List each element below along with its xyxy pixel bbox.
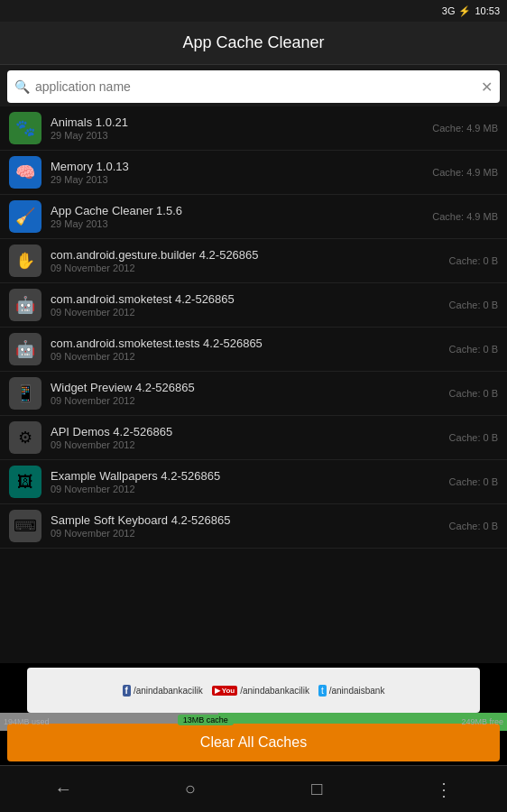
app-icon: 📱: [9, 377, 41, 410]
list-item[interactable]: 📱Widget Preview 4.2-52686509 November 20…: [0, 372, 507, 416]
app-name: com.android.gesture.builder 4.2-526865: [51, 248, 444, 262]
app-info: com.android.gesture.builder 4.2-52686509…: [51, 248, 444, 273]
app-cache-size: Cache: 0 B: [449, 344, 498, 355]
app-cache-size: Cache: 4.9 MB: [432, 211, 498, 222]
back-icon: ←: [54, 779, 72, 799]
ad-yt: ▶ You /anindabankacilik: [212, 686, 309, 696]
app-name: API Demos 4.2-526865: [51, 425, 444, 438]
app-date: 09 November 2012: [51, 351, 444, 362]
app-name: Memory 1.0.13: [51, 160, 427, 173]
app-date: 29 May 2013: [51, 130, 427, 141]
app-info: Memory 1.0.1329 May 2013: [51, 160, 427, 185]
app-cache-size: Cache: 0 B: [449, 255, 498, 266]
ad-tw: t /anindaisbank: [318, 685, 385, 697]
list-item[interactable]: 🖼Example Wallpapers 4.2-52686509 Novembe…: [0, 460, 507, 504]
time-display: 10:53: [475, 5, 500, 16]
recents-button[interactable]: □: [294, 771, 339, 807]
app-icon: 🧠: [9, 156, 41, 189]
app-cache-size: Cache: 4.9 MB: [432, 167, 498, 178]
app-date: 09 November 2012: [51, 484, 444, 494]
app-name: Animals 1.0.21: [51, 115, 427, 129]
app-icon: 🧹: [9, 200, 41, 233]
app-list: 🐾Animals 1.0.2129 May 2013Cache: 4.9 MB🧠…: [0, 106, 507, 663]
app-cache-size: Cache: 4.9 MB: [432, 123, 498, 134]
status-bar: 3G ⚡ 10:53: [0, 0, 507, 22]
app-info: API Demos 4.2-52686509 November 2012: [51, 425, 444, 450]
list-item[interactable]: 🧠Memory 1.0.1329 May 2013Cache: 4.9 MB: [0, 151, 507, 195]
tw-handle: /anindaisbank: [329, 686, 385, 696]
list-item[interactable]: ⚙API Demos 4.2-52686509 November 2012Cac…: [0, 416, 507, 460]
app-info: com.android.smoketest 4.2-52686509 Novem…: [51, 292, 444, 318]
app-info: Example Wallpapers 4.2-52686509 November…: [51, 469, 444, 494]
app-info: Animals 1.0.2129 May 2013: [51, 115, 427, 141]
app-info: Sample Soft Keyboard 4.2-52686509 Novemb…: [51, 513, 444, 539]
search-bar: 🔍 ✕: [0, 65, 507, 108]
app-cache-size: Cache: 0 B: [449, 432, 498, 443]
app-cache-size: Cache: 0 B: [449, 300, 498, 310]
home-icon: ○: [185, 779, 196, 799]
list-item[interactable]: ✋com.android.gesture.builder 4.2-5268650…: [0, 239, 507, 283]
cache-label: 13MB cache: [178, 715, 234, 725]
more-button[interactable]: ⋮: [421, 771, 466, 807]
battery-icon: ⚡: [458, 5, 471, 17]
search-icon: 🔍: [14, 79, 30, 94]
home-button[interactable]: ○: [168, 771, 213, 807]
ad-fb: f /anindabankacilik: [123, 685, 203, 697]
app-name: com.android.smoketest.tests 4.2-526865: [51, 337, 444, 350]
nav-bar: ← ○ □ ⋮: [0, 765, 507, 812]
list-item[interactable]: 🤖com.android.smoketest.tests 4.2-5268650…: [0, 328, 507, 372]
app-icon: 🖼: [9, 466, 41, 498]
more-icon: ⋮: [435, 779, 453, 800]
signal-icon: 3G: [442, 5, 456, 16]
page-title: App Cache Cleaner: [182, 33, 324, 52]
app-date: 29 May 2013: [51, 218, 427, 229]
app-date: 09 November 2012: [51, 528, 444, 539]
storage-used-label: 194MB used: [4, 717, 50, 726]
app-date: 29 May 2013: [51, 174, 427, 185]
app-cache-size: Cache: 0 B: [449, 521, 498, 531]
app-cache-size: Cache: 0 B: [449, 476, 498, 487]
facebook-icon: f: [123, 685, 131, 697]
app-icon: ✋: [9, 245, 41, 277]
recents-icon: □: [311, 779, 322, 799]
app-date: 09 November 2012: [51, 395, 444, 406]
storage-free-label: 249MB free: [461, 717, 503, 726]
app-name: com.android.smoketest 4.2-526865: [51, 292, 444, 306]
app-name: Widget Preview 4.2-526865: [51, 381, 444, 394]
list-item[interactable]: 🧹App Cache Cleaner 1.5.629 May 2013Cache…: [0, 195, 507, 239]
app-info: App Cache Cleaner 1.5.629 May 2013: [51, 204, 427, 229]
app-date: 09 November 2012: [51, 263, 444, 273]
app-date: 09 November 2012: [51, 307, 444, 318]
list-item[interactable]: 🐾Animals 1.0.2129 May 2013Cache: 4.9 MB: [0, 106, 507, 151]
app-name: App Cache Cleaner 1.5.6: [51, 204, 427, 217]
list-item[interactable]: ⌨Sample Soft Keyboard 4.2-52686509 Novem…: [0, 504, 507, 549]
app-info: Widget Preview 4.2-52686509 November 201…: [51, 381, 444, 406]
app-name: Example Wallpapers 4.2-526865: [51, 469, 444, 483]
twitter-icon: t: [318, 685, 327, 697]
app-icon: ⌨: [9, 510, 41, 542]
back-button[interactable]: ←: [41, 771, 86, 807]
yt-handle: /anindabankacilik: [240, 686, 309, 696]
title-bar: App Cache Cleaner: [0, 22, 507, 65]
app-icon: 🤖: [9, 333, 41, 365]
search-clear-icon[interactable]: ✕: [481, 78, 493, 96]
search-input[interactable]: [35, 79, 481, 94]
app-info: com.android.smoketest.tests 4.2-52686509…: [51, 337, 444, 362]
app-icon: 🤖: [9, 289, 41, 321]
app-name: Sample Soft Keyboard 4.2-526865: [51, 513, 444, 527]
list-item[interactable]: 🤖com.android.smoketest 4.2-52686509 Nove…: [0, 283, 507, 328]
clear-all-caches-button[interactable]: Clear All Caches: [7, 724, 500, 761]
app-icon: ⚙: [9, 421, 41, 454]
app-cache-size: Cache: 0 B: [449, 388, 498, 399]
search-wrapper: 🔍 ✕: [7, 70, 500, 103]
youtube-icon: ▶ You: [212, 686, 238, 696]
app-icon: 🐾: [9, 112, 41, 144]
ad-banner: f /anindabankacilik ▶ You /anindabankaci…: [27, 668, 480, 713]
fb-handle: /anindabankacilik: [134, 686, 203, 696]
app-date: 09 November 2012: [51, 439, 444, 450]
